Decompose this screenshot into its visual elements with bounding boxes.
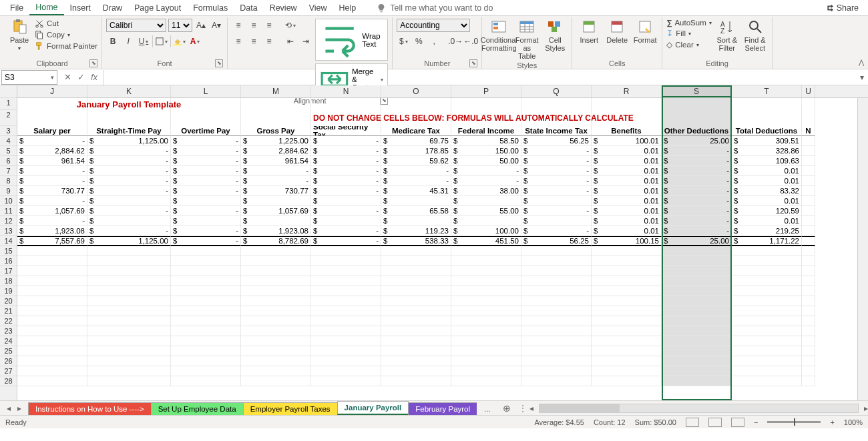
select-all-corner[interactable] bbox=[0, 85, 17, 98]
row-header-4[interactable]: 4 bbox=[0, 136, 17, 146]
zoom-slider[interactable] bbox=[767, 421, 821, 423]
row-header-2[interactable]: 2 bbox=[0, 110, 17, 126]
font-launcher[interactable]: ⬊ bbox=[215, 59, 223, 67]
column-header-J[interactable]: J bbox=[17, 85, 87, 97]
insert-cells-button[interactable]: Insert bbox=[576, 19, 602, 44]
fill-color-button[interactable] bbox=[173, 35, 186, 48]
find-select-button[interactable]: Find & Select bbox=[742, 19, 768, 52]
menu-page-layout[interactable]: Page Layout bbox=[128, 1, 187, 15]
vertical-scrollbar[interactable] bbox=[857, 98, 868, 400]
column-header-P[interactable]: P bbox=[451, 85, 521, 97]
sort-filter-button[interactable]: AZSort & Filter bbox=[714, 19, 740, 52]
view-page-break-button[interactable] bbox=[731, 418, 744, 427]
underline-button[interactable]: U bbox=[137, 35, 150, 48]
row-header-19[interactable]: 19 bbox=[0, 286, 17, 296]
tab-instructions[interactable]: Instructions on How to Use ----> bbox=[28, 402, 152, 415]
menu-file[interactable]: File bbox=[4, 1, 29, 15]
font-size-select[interactable]: 11 bbox=[168, 19, 192, 32]
tab-february-payroll[interactable]: February Payrol bbox=[408, 402, 477, 415]
tab-employer-taxes[interactable]: Employer Payroll Taxes bbox=[243, 402, 338, 415]
comma-button[interactable]: , bbox=[427, 35, 441, 48]
tell-me[interactable]: Tell me what you want to do bbox=[377, 3, 493, 13]
column-header-U[interactable]: U bbox=[802, 85, 815, 97]
row-header-18[interactable]: 18 bbox=[0, 276, 17, 286]
copy-button[interactable]: Copy▾ bbox=[35, 30, 97, 39]
column-header-L[interactable]: L bbox=[171, 85, 241, 97]
column-header-S[interactable]: S bbox=[662, 85, 732, 97]
row-header-3[interactable]: 3 bbox=[0, 126, 17, 136]
first-sheet-button[interactable]: ◂ bbox=[4, 404, 13, 413]
align-middle-button[interactable]: ≡ bbox=[247, 19, 260, 32]
row-header-21[interactable]: 21 bbox=[0, 306, 17, 316]
menu-formulas[interactable]: Formulas bbox=[187, 1, 234, 15]
align-right-button[interactable]: ≡ bbox=[262, 35, 276, 48]
row-header-9[interactable]: 9 bbox=[0, 186, 17, 196]
tab-january-payroll[interactable]: January Payroll bbox=[337, 401, 409, 415]
font-color-button[interactable]: A bbox=[188, 35, 202, 48]
zoom-out-button[interactable]: − bbox=[754, 418, 758, 426]
accounting-format-button[interactable]: $ bbox=[397, 35, 410, 48]
cancel-formula-button[interactable]: ✕ bbox=[61, 72, 73, 82]
view-page-layout-button[interactable] bbox=[708, 418, 722, 427]
row-header-14[interactable]: 14 bbox=[0, 236, 17, 246]
column-header-K[interactable]: K bbox=[87, 85, 171, 97]
formula-input[interactable] bbox=[103, 70, 856, 85]
row-header-28[interactable]: 28 bbox=[0, 376, 17, 386]
spreadsheet-grid[interactable]: 1234567891011121314151617181920212223242… bbox=[0, 85, 868, 400]
menu-view[interactable]: View bbox=[303, 1, 333, 15]
name-box[interactable]: S3▾ bbox=[1, 70, 57, 85]
number-launcher[interactable]: ⬊ bbox=[469, 59, 477, 67]
collapse-ribbon-button[interactable]: ⋀ bbox=[859, 59, 864, 66]
delete-cells-button[interactable]: Delete bbox=[604, 19, 630, 44]
paste-button[interactable]: Paste ▾ bbox=[7, 19, 32, 51]
next-sheet-button[interactable]: ▸ bbox=[15, 404, 24, 413]
row-header-25[interactable]: 25 bbox=[0, 346, 17, 356]
clipboard-launcher[interactable]: ⬊ bbox=[89, 59, 97, 67]
autosum-button[interactable]: ∑AutoSum▾ bbox=[666, 19, 712, 27]
row-header-15[interactable]: 15 bbox=[0, 246, 17, 256]
increase-decimal-button[interactable]: .0→ bbox=[449, 35, 462, 48]
decrease-font-button[interactable]: A▾ bbox=[210, 19, 223, 32]
row-header-1[interactable]: 1 bbox=[0, 98, 17, 110]
italic-button[interactable]: I bbox=[122, 35, 135, 48]
row-header-27[interactable]: 27 bbox=[0, 366, 17, 376]
percent-button[interactable]: % bbox=[412, 35, 425, 48]
column-header-N[interactable]: N bbox=[311, 85, 381, 97]
share-button[interactable]: Share bbox=[825, 3, 864, 13]
tab-more[interactable]: ... bbox=[477, 402, 498, 415]
border-button[interactable] bbox=[155, 35, 168, 48]
column-header-M[interactable]: M bbox=[241, 85, 311, 97]
fx-button[interactable]: fx bbox=[88, 72, 100, 82]
bold-button[interactable]: B bbox=[106, 35, 120, 48]
row-header-10[interactable]: 10 bbox=[0, 196, 17, 206]
conditional-formatting-button[interactable]: Conditional Formatting bbox=[486, 19, 511, 52]
format-as-table-button[interactable]: Format as Table bbox=[514, 19, 539, 60]
row-header-16[interactable]: 16 bbox=[0, 256, 17, 266]
column-header-T[interactable]: T bbox=[732, 85, 802, 97]
row-header-23[interactable]: 23 bbox=[0, 326, 17, 336]
menu-home[interactable]: Home bbox=[29, 1, 63, 15]
clear-button[interactable]: ◇Clear▾ bbox=[666, 40, 712, 49]
row-header-20[interactable]: 20 bbox=[0, 296, 17, 306]
row-header-5[interactable]: 5 bbox=[0, 146, 17, 156]
enter-formula-button[interactable]: ✓ bbox=[75, 72, 87, 82]
align-center-button[interactable]: ≡ bbox=[247, 35, 260, 48]
number-format-select[interactable]: Accounting bbox=[397, 19, 470, 32]
format-painter-button[interactable]: Format Painter bbox=[35, 41, 97, 51]
format-cells-button[interactable]: Format bbox=[632, 19, 658, 44]
zoom-in-button[interactable]: + bbox=[830, 418, 834, 426]
align-top-button[interactable]: ≡ bbox=[232, 19, 245, 32]
view-normal-button[interactable] bbox=[686, 418, 699, 427]
orientation-button[interactable]: ⟲ bbox=[284, 19, 297, 32]
row-header-26[interactable]: 26 bbox=[0, 356, 17, 366]
row-header-22[interactable]: 22 bbox=[0, 316, 17, 326]
row-header-7[interactable]: 7 bbox=[0, 166, 17, 176]
fill-button[interactable]: ↧Fill▾ bbox=[666, 29, 712, 38]
tab-setup-employee[interactable]: Set Up Employee Data bbox=[151, 402, 244, 415]
row-header-17[interactable]: 17 bbox=[0, 266, 17, 276]
column-header-R[interactable]: R bbox=[592, 85, 662, 97]
align-bottom-button[interactable]: ≡ bbox=[262, 19, 276, 32]
column-header-Q[interactable]: Q bbox=[521, 85, 592, 97]
column-header-O[interactable]: O bbox=[381, 85, 451, 97]
increase-indent-button[interactable]: ⇥ bbox=[299, 35, 312, 48]
